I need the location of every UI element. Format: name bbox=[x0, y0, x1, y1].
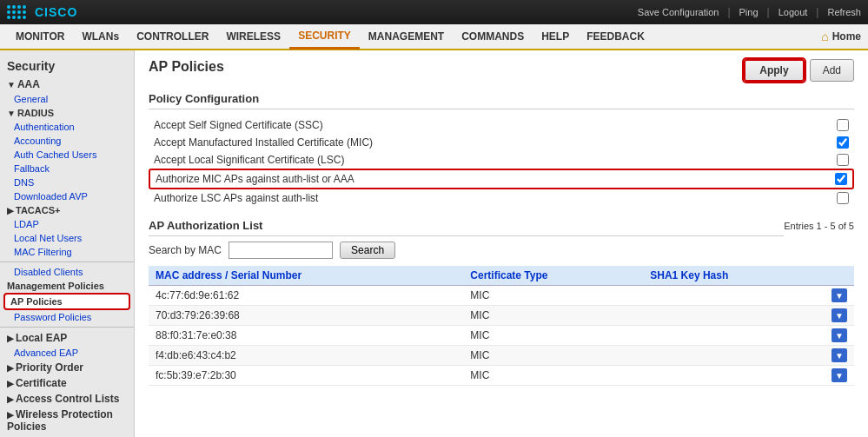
nav-wlans[interactable]: WLANs bbox=[73, 25, 128, 48]
cell-mac: fc:5b:39:e7:2b:30 bbox=[149, 366, 463, 386]
row-select-button[interactable]: ▼ bbox=[832, 308, 847, 322]
cell-mac: f4:db:e6:43:c4:b2 bbox=[149, 346, 463, 366]
sidebar-wpp-group[interactable]: ▶Wireless Protection Policies bbox=[0, 407, 134, 434]
table-row: 88:f0:31:7e:e0:38 MIC ▼ bbox=[149, 326, 854, 346]
search-row: Search by MAC Search bbox=[149, 242, 854, 259]
search-label: Search by MAC bbox=[149, 244, 222, 256]
row-select-button[interactable]: ▼ bbox=[832, 328, 847, 342]
cell-action: ▼ bbox=[825, 286, 854, 306]
sidebar-item-accounting[interactable]: Accounting bbox=[0, 134, 134, 148]
cisco-logo-area: CISCO bbox=[7, 5, 77, 19]
content-area: AP Policies Apply Add Policy Configurati… bbox=[135, 50, 868, 437]
sidebar-item-disabled-clients[interactable]: Disabled Clients bbox=[0, 265, 134, 279]
policy-row-lsc: Accept Local Significant Certificate (LS… bbox=[149, 151, 854, 169]
policy-label-authorize-mic: Authorize MIC APs against auth-list or A… bbox=[156, 173, 828, 185]
cell-action: ▼ bbox=[825, 306, 854, 326]
content-header: AP Policies Apply Add bbox=[149, 59, 854, 82]
sidebar-item-ap-policies[interactable]: AP Policies bbox=[3, 293, 130, 310]
col-action bbox=[825, 266, 854, 286]
cisco-dots bbox=[7, 5, 26, 19]
cell-sha1 bbox=[643, 346, 825, 366]
cell-sha1 bbox=[643, 326, 825, 346]
sidebar-item-password-policies[interactable]: Password Policies bbox=[0, 310, 134, 324]
table-row: 70:d3:79:26:39:68 MIC ▼ bbox=[149, 306, 854, 326]
apply-button[interactable]: Apply bbox=[744, 59, 804, 82]
sidebar-certificate-group[interactable]: ▶Certificate bbox=[0, 375, 134, 391]
ping-link[interactable]: Ping bbox=[739, 7, 759, 17]
cell-sha1 bbox=[643, 366, 825, 386]
cell-mac: 4c:77:6d:9e:61:62 bbox=[149, 286, 463, 306]
add-button[interactable]: Add bbox=[810, 59, 854, 82]
sidebar-item-management-policies[interactable]: Management Policies bbox=[0, 279, 134, 293]
save-configuration-link[interactable]: Save Configuration bbox=[638, 7, 719, 17]
sidebar-item-ldap[interactable]: LDAP bbox=[0, 217, 134, 231]
sidebar-item-authentication[interactable]: Authentication bbox=[0, 120, 134, 134]
cisco-wordmark: CISCO bbox=[35, 5, 77, 19]
policy-row-ssc: Accept Self Signed Certificate (SSC) bbox=[149, 116, 854, 134]
policy-checkbox-authorize-mic[interactable] bbox=[835, 173, 847, 185]
navbar: MONITOR WLANs CONTROLLER WIRELESS SECURI… bbox=[0, 24, 868, 50]
page-title: AP Policies bbox=[149, 59, 224, 75]
row-select-button[interactable]: ▼ bbox=[832, 348, 847, 362]
cell-cert-type: MIC bbox=[463, 326, 643, 346]
refresh-link[interactable]: Refresh bbox=[827, 7, 861, 17]
sidebar-radius-group[interactable]: ▼RADIUS bbox=[0, 106, 134, 120]
nav-help[interactable]: HELP bbox=[533, 25, 578, 48]
nav-controller[interactable]: CONTROLLER bbox=[128, 25, 217, 48]
policy-checkbox-lsc[interactable] bbox=[837, 154, 849, 166]
policy-checkbox-mic[interactable] bbox=[837, 136, 849, 149]
logout-link[interactable]: Logout bbox=[779, 7, 808, 17]
policy-label-ssc: Accept Self Signed Certificate (SSC) bbox=[154, 119, 830, 131]
sidebar-aaa-group[interactable]: ▼AAA bbox=[0, 76, 134, 92]
row-select-button[interactable]: ▼ bbox=[832, 368, 847, 382]
sidebar-item-mac-filtering[interactable]: MAC Filtering bbox=[0, 245, 134, 259]
sidebar-item-advanced-eap[interactable]: Advanced EAP bbox=[0, 346, 134, 360]
header-buttons: Apply Add bbox=[744, 59, 854, 82]
auth-list-title: AP Authorization List bbox=[149, 219, 784, 236]
nav-wireless[interactable]: WIRELESS bbox=[217, 25, 289, 48]
sidebar-title: Security bbox=[0, 54, 134, 76]
sidebar-priority-order-group[interactable]: ▶Priority Order bbox=[0, 360, 134, 375]
sidebar-item-dns[interactable]: DNS bbox=[0, 175, 134, 189]
policy-row-mic: Accept Manufactured Installed Certificat… bbox=[149, 134, 854, 151]
sidebar-item-downloaded-avp[interactable]: Downloaded AVP bbox=[0, 189, 134, 203]
policy-label-authorize-lsc: Authorize LSC APs against auth-list bbox=[154, 192, 830, 204]
policy-checkbox-authorize-lsc[interactable] bbox=[837, 192, 849, 204]
policy-config-section: Policy Configuration Accept Self Signed … bbox=[149, 92, 854, 207]
nav-monitor[interactable]: MONITOR bbox=[7, 25, 73, 48]
sidebar-item-local-net-users[interactable]: Local Net Users bbox=[0, 231, 134, 245]
cell-cert-type: MIC bbox=[463, 366, 643, 386]
table-row: fc:5b:39:e7:2b:30 MIC ▼ bbox=[149, 366, 854, 386]
table-header-row: MAC address / Serial Number Certificate … bbox=[149, 266, 854, 286]
col-mac: MAC address / Serial Number bbox=[149, 266, 463, 286]
policy-checkbox-ssc[interactable] bbox=[837, 119, 849, 131]
entries-count: Entries 1 - 5 of 5 bbox=[784, 221, 854, 235]
cell-sha1 bbox=[643, 306, 825, 326]
sidebar-item-general[interactable]: General bbox=[0, 92, 134, 106]
search-button[interactable]: Search bbox=[340, 242, 395, 259]
nav-management[interactable]: MANAGEMENT bbox=[360, 25, 453, 48]
main-layout: Security ▼AAA General ▼RADIUS Authentica… bbox=[0, 50, 868, 437]
sidebar-item-auth-cached-users[interactable]: Auth Cached Users bbox=[0, 148, 134, 162]
mac-table: MAC address / Serial Number Certificate … bbox=[149, 266, 854, 386]
sidebar-tacacs-group[interactable]: ▶TACACS+ bbox=[0, 203, 134, 217]
cell-cert-type: MIC bbox=[463, 306, 643, 326]
col-cert-type: Certificate Type bbox=[463, 266, 643, 286]
cell-action: ▼ bbox=[825, 326, 854, 346]
sidebar-local-eap-group[interactable]: ▶Local EAP bbox=[0, 330, 134, 346]
policy-label-mic: Accept Manufactured Installed Certificat… bbox=[154, 136, 830, 149]
nav-feedback[interactable]: FEEDBACK bbox=[578, 25, 653, 48]
sidebar-acl-group[interactable]: ▶Access Control Lists bbox=[0, 391, 134, 407]
row-select-button[interactable]: ▼ bbox=[832, 288, 847, 302]
nav-commands[interactable]: COMMANDS bbox=[453, 25, 533, 48]
cell-action: ▼ bbox=[825, 366, 854, 386]
nav-security[interactable]: SECURITY bbox=[289, 24, 360, 50]
home-link[interactable]: ⌂ Home bbox=[821, 30, 861, 43]
sidebar-item-fallback[interactable]: Fallback bbox=[0, 162, 134, 175]
cell-cert-type: MIC bbox=[463, 346, 643, 366]
policy-row-authorize-lsc: Authorize LSC APs against auth-list bbox=[149, 189, 854, 207]
cell-action: ▼ bbox=[825, 346, 854, 366]
search-input[interactable] bbox=[229, 242, 333, 259]
auth-list-header: AP Authorization List Entries 1 - 5 of 5 bbox=[149, 219, 854, 236]
policy-label-lsc: Accept Local Significant Certificate (LS… bbox=[154, 154, 830, 166]
